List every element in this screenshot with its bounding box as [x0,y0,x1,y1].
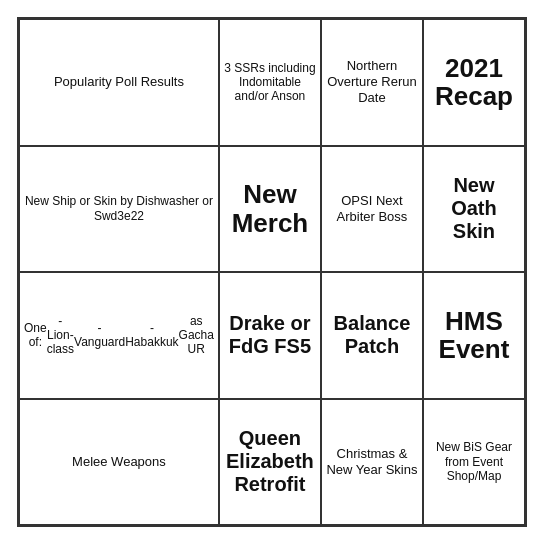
bingo-cell-r1c1: New Merch [219,146,321,273]
bingo-cell-r1c2: OPSI Next Arbiter Boss [321,146,423,273]
bingo-cell-r2c2: Balance Patch [321,272,423,399]
bingo-cell-r2c3: HMS Event [423,272,525,399]
bingo-cell-r1c3: New Oath Skin [423,146,525,273]
bingo-cell-r3c0: Melee Weapons [19,399,219,526]
bingo-cell-r3c1: Queen Elizabeth Retrofit [219,399,321,526]
bingo-cell-r2c1: Drake or FdG FS5 [219,272,321,399]
bingo-cell-r0c3: 2021 Recap [423,19,525,146]
bingo-cell-r2c0: One of:- Lion-class- Vanguard- Habakkuka… [19,272,219,399]
bingo-grid: Popularity Poll Results3 SSRs including … [19,19,525,525]
bingo-cell-r1c0: New Ship or Skin by Dishwasher or Swd3e2… [19,146,219,273]
bingo-cell-r3c2: Christmas & New Year Skins [321,399,423,526]
bingo-cell-r3c3: New BiS Gear from Event Shop/Map [423,399,525,526]
bingo-cell-r0c1: 3 SSRs including Indomitable and/or Anso… [219,19,321,146]
bingo-cell-r0c2: Northern Overture Rerun Date [321,19,423,146]
bingo-cell-r0c0: Popularity Poll Results [19,19,219,146]
bingo-board: Popularity Poll Results3 SSRs including … [17,17,527,527]
